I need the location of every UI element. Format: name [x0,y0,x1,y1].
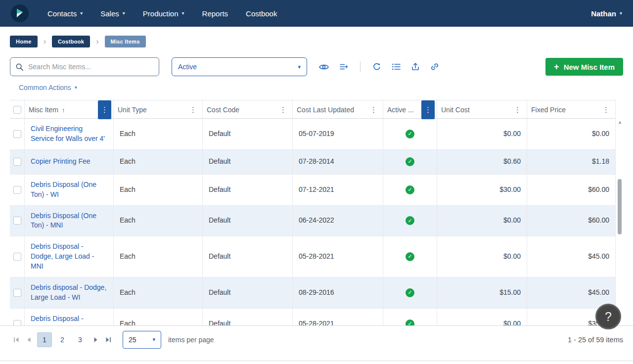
breadcrumb-chevron-icon: › [96,38,98,46]
column-menu-icon[interactable]: ⋮ [278,105,288,114]
misc-item-link[interactable]: Debris Disposal - Dodge, Large Load - MN… [31,242,107,272]
scroll-up-icon[interactable]: ▲ [617,120,623,125]
previous-page-icon[interactable] [23,334,36,345]
row-checkbox[interactable] [13,130,21,138]
nav-item-sales[interactable]: Sales ▾ [100,9,125,18]
column-menu-icon[interactable]: ⋮ [98,100,111,119]
row-checkbox[interactable] [13,289,21,297]
column-header-unit-type[interactable]: Unit Type ⋮ [114,100,203,119]
misc-item-link[interactable]: Civil Engineering Service for Walls over… [31,124,107,144]
column-header-misc-item[interactable]: Misc Item ↑ ⋮ [25,100,114,119]
column-label: Misc Item [29,106,58,114]
next-page-icon[interactable] [89,334,102,345]
column-menu-icon[interactable]: ⋮ [512,105,523,114]
active-cell: ✓ [383,236,437,277]
chevron-down-icon: ▾ [152,337,155,342]
status-filter-select[interactable]: Active ▾ [172,57,307,76]
cost-code-cell: Default [203,150,293,174]
row-checkbox-cell [10,175,25,205]
unit-cost-cell: $0.60 [437,150,527,174]
column-header-fixed-price[interactable]: Fixed Price ⋮ [527,100,616,119]
last-page-icon[interactable] [102,334,115,345]
nav-item-contacts[interactable]: Contacts ▾ [47,9,83,18]
page-button-1[interactable]: 1 [37,332,52,347]
page-button-2[interactable]: 2 [55,332,70,347]
row-checkbox[interactable] [13,158,21,166]
scrollbar-thumb[interactable] [618,179,622,234]
chevron-down-icon: ▾ [182,11,184,16]
row-checkbox[interactable] [13,217,21,225]
table-row: Copier Printing Fee Each Default 07-28-2… [10,150,616,175]
column-menu-icon[interactable]: ⋮ [368,105,379,114]
fixed-price-cell: $60.00 [527,206,616,236]
status-filter-value: Active [178,63,197,71]
column-header-active[interactable]: Active ... ⋮ [383,100,437,119]
chevron-down-icon: ▾ [620,11,622,16]
row-checkbox-cell [10,150,25,174]
column-header-cost-last-updated[interactable]: Cost Last Updated ⋮ [293,100,383,119]
add-column-icon[interactable] [339,62,348,71]
misc-item-link[interactable]: Debris disposal - Dodge, Large Load - WI [31,283,107,303]
sort-asc-icon[interactable]: ↑ [62,106,65,114]
app-logo-icon[interactable] [11,4,29,22]
column-label: Unit Cost [441,106,470,114]
nav-item-reports[interactable]: Reports [202,9,228,18]
nav-item-production[interactable]: Production ▾ [143,9,184,18]
toolbar-icon-group [319,61,439,72]
column-header-cost-code[interactable]: Cost Code ⋮ [203,100,293,119]
row-checkbox[interactable] [13,186,21,194]
table-row: Debris Disposal - Dodge, Large Load - MN… [10,236,616,277]
misc-item-cell: Debris disposal - Dodge, Large Load - WI [25,277,114,308]
column-header-unit-cost[interactable]: Unit Cost ⋮ [437,100,527,119]
cost-code-cell: Default [203,309,293,325]
nav-item-costbook[interactable]: Costbook [246,9,277,18]
list-icon[interactable] [392,62,401,71]
breadcrumb-costbook[interactable]: Costbook [52,36,90,47]
row-checkbox[interactable] [13,253,21,261]
select-all-checkbox[interactable] [13,106,21,114]
search-icon [15,63,24,71]
cost-last-updated-cell: 05-07-2019 [293,119,383,149]
export-icon[interactable] [411,62,420,71]
page-size-select[interactable]: 25 ▾ [123,331,161,349]
visibility-icon[interactable] [319,63,329,71]
active-cell: ✓ [383,119,437,149]
column-menu-icon[interactable]: ⋮ [601,105,611,114]
misc-item-link[interactable]: Copier Printing Fee [31,157,90,167]
column-label: Cost Code [207,106,239,114]
column-menu-icon[interactable]: ⋮ [188,105,198,114]
cost-code-cell: Default [203,206,293,236]
help-button[interactable]: ? [595,304,621,329]
search-input[interactable] [28,63,154,71]
refresh-icon[interactable] [372,62,381,71]
column-label: Active ... [387,106,414,114]
table-scrollbar: ▲ [617,120,623,325]
misc-items-table: Misc Item ↑ ⋮ Unit Type ⋮ Cost Code ⋮ Co… [10,100,623,325]
main-nav: Contacts ▾ Sales ▾ Production ▾ Reports … [47,9,277,18]
column-menu-icon[interactable]: ⋮ [421,100,435,119]
misc-item-link[interactable]: Debris Disposal - Dodge, Medium Load - [31,314,107,325]
misc-item-link[interactable]: Debris Disposal (One Ton) - MNI [31,211,107,231]
new-misc-item-button[interactable]: + New Misc Item [545,58,623,76]
nav-item-label: Production [143,9,179,18]
cost-last-updated-cell: 08-29-2016 [293,277,383,308]
breadcrumb-misc-items[interactable]: Misc Items [105,36,146,47]
active-check-icon: ✓ [406,319,414,326]
common-actions-menu[interactable]: Common Actions ▾ [19,84,77,91]
items-per-page-label: items per page [168,336,214,344]
link-icon[interactable] [430,62,439,71]
fixed-price-cell: $1.18 [527,150,616,174]
breadcrumb-home[interactable]: Home [10,36,38,47]
nav-item-label: Sales [100,9,119,18]
active-cell: ✓ [383,309,437,325]
search-box [10,57,159,76]
row-checkbox[interactable] [13,320,21,326]
misc-item-link[interactable]: Debris Disposal (One Ton) - WI [31,180,107,200]
page-button-3[interactable]: 3 [73,332,88,347]
table-row: Debris Disposal - Dodge, Medium Load - E… [10,309,616,325]
user-name: Nathan [591,9,616,18]
table-row: Debris Disposal (One Ton) - WI Each Defa… [10,175,616,206]
first-page-icon[interactable] [10,334,23,345]
column-label: Cost Last Updated [297,106,354,114]
user-menu[interactable]: Nathan ▾ [591,9,622,18]
